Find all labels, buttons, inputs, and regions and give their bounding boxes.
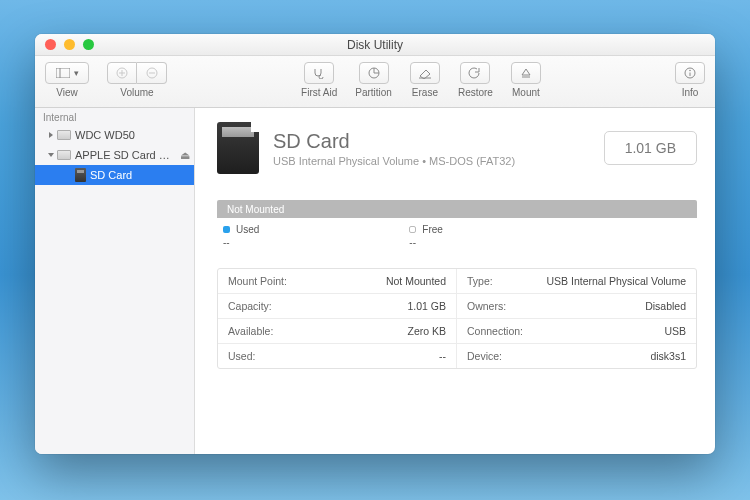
volume-header: SD Card USB Internal Physical Volume • M… xyxy=(217,122,697,174)
toolbar-label-view: View xyxy=(56,87,78,98)
sidebar-item-label: WDC WD50 xyxy=(75,129,190,141)
toolbar: ▾ View Volume First Aid Partition xyxy=(35,56,715,108)
firstaid-button[interactable] xyxy=(304,62,334,84)
sidebar-item-label: SD Card xyxy=(90,169,190,181)
sdcard-icon xyxy=(75,168,86,182)
plus-volume-icon xyxy=(116,67,128,79)
eject-icon[interactable]: ⏏ xyxy=(180,149,190,162)
erase-button[interactable] xyxy=(410,62,440,84)
partition-button[interactable] xyxy=(359,62,389,84)
sidebar-icon xyxy=(56,68,70,78)
legend-used: Used -- xyxy=(223,224,259,248)
toolbar-volume-group: Volume xyxy=(107,62,167,98)
toolbar-label-erase: Erase xyxy=(412,87,438,98)
toolbar-label-mount: Mount xyxy=(512,87,540,98)
disclosure-right-icon[interactable] xyxy=(49,132,53,138)
disk-utility-window: Disk Utility ▾ View Volume xyxy=(35,34,715,454)
volume-add-button[interactable] xyxy=(107,62,137,84)
sidebar-item-sdcard[interactable]: SD Card xyxy=(35,165,194,185)
disclosure-down-icon[interactable] xyxy=(48,153,54,157)
toolbar-label-info: Info xyxy=(682,87,699,98)
sidebar: Internal WDC WD50 APPLE SD Card R… ⏏ SD … xyxy=(35,108,195,454)
titlebar: Disk Utility xyxy=(35,34,715,56)
toolbar-view-group: ▾ View xyxy=(45,62,89,98)
svg-rect-0 xyxy=(56,68,70,78)
sidebar-item-apple-sd-reader[interactable]: APPLE SD Card R… ⏏ xyxy=(35,145,194,165)
svg-point-10 xyxy=(689,70,691,72)
sidebar-section-internal: Internal xyxy=(35,108,194,125)
toolbar-label-restore: Restore xyxy=(458,87,493,98)
volume-subtitle: USB Internal Physical Volume • MS-DOS (F… xyxy=(273,155,515,167)
sidebar-item-wdc[interactable]: WDC WD50 xyxy=(35,125,194,145)
detail-device: Device:disk3s1 xyxy=(457,344,696,368)
pie-icon xyxy=(368,67,380,79)
volume-name: SD Card xyxy=(273,130,515,153)
mount-icon xyxy=(520,67,532,79)
usage-legend: Used -- Free -- xyxy=(217,218,697,262)
sidebar-item-label: APPLE SD Card R… xyxy=(75,149,176,161)
toolbar-label-volume: Volume xyxy=(120,87,153,98)
volume-remove-button[interactable] xyxy=(137,62,167,84)
info-icon xyxy=(684,67,696,79)
hdd-icon xyxy=(57,150,71,160)
stethoscope-icon xyxy=(312,67,326,79)
detail-capacity: Capacity:1.01 GB xyxy=(218,294,457,319)
free-swatch-icon xyxy=(409,226,416,233)
toolbar-label-firstaid: First Aid xyxy=(301,87,337,98)
detail-mount-point: Mount Point:Not Mounted xyxy=(218,269,457,294)
legend-free-value: -- xyxy=(409,237,443,248)
detail-type: Type:USB Internal Physical Volume xyxy=(457,269,696,294)
minus-volume-icon xyxy=(146,67,158,79)
capacity-badge: 1.01 GB xyxy=(604,131,697,165)
legend-used-value: -- xyxy=(223,237,259,248)
restore-icon xyxy=(468,67,482,79)
detail-available: Available:Zero KB xyxy=(218,319,457,344)
status-bar: Not Mounted xyxy=(217,200,697,218)
view-button[interactable]: ▾ xyxy=(45,62,89,84)
used-swatch-icon xyxy=(223,226,230,233)
window-title: Disk Utility xyxy=(35,38,715,52)
erase-icon xyxy=(418,67,432,79)
detail-connection: Connection:USB xyxy=(457,319,696,344)
detail-owners: Owners:Disabled xyxy=(457,294,696,319)
hdd-icon xyxy=(57,130,71,140)
sdcard-large-icon xyxy=(217,122,259,174)
chevron-down-icon: ▾ xyxy=(74,68,79,78)
content-pane: SD Card USB Internal Physical Volume • M… xyxy=(195,108,715,454)
details-table: Mount Point:Not Mounted Type:USB Interna… xyxy=(217,268,697,369)
info-button[interactable] xyxy=(675,62,705,84)
detail-used: Used:-- xyxy=(218,344,457,368)
toolbar-label-partition: Partition xyxy=(355,87,392,98)
legend-free: Free -- xyxy=(409,224,443,248)
mount-button[interactable] xyxy=(511,62,541,84)
restore-button[interactable] xyxy=(460,62,490,84)
legend-used-label: Used xyxy=(236,224,259,235)
legend-free-label: Free xyxy=(422,224,443,235)
